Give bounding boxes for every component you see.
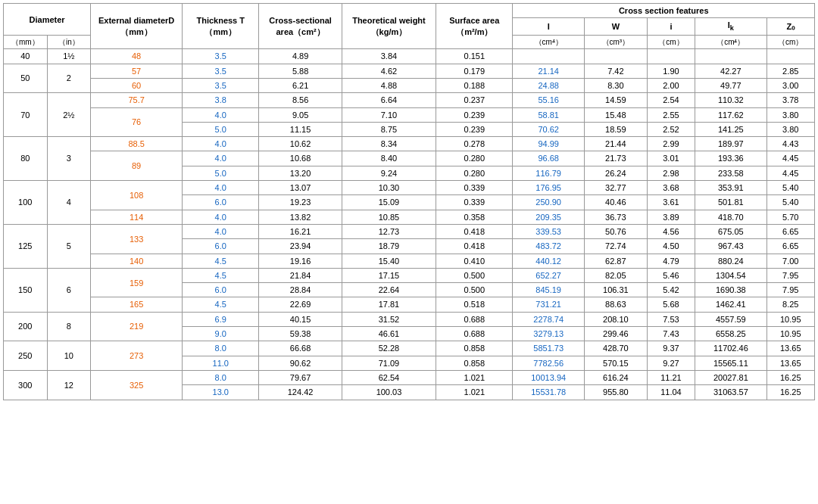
cell-i: 2.00 <box>647 79 695 93</box>
cell-theo: 46.61 <box>342 327 436 341</box>
cell-Ik: 353.91 <box>695 181 766 195</box>
cell-Z0: 16.25 <box>766 370 814 384</box>
unit-I: （cm⁴） <box>513 36 584 49</box>
cell-I: 176.95 <box>513 181 584 195</box>
unit-W: （cm³） <box>584 36 647 49</box>
cell-surf: 0.858 <box>436 341 513 356</box>
cell-Z0: 6.65 <box>766 239 814 254</box>
cell-ext-d: 60 <box>91 79 183 93</box>
cell-I: 70.62 <box>513 122 584 136</box>
table-body: 401½483.54.893.840.151502573.55.884.620.… <box>4 49 815 400</box>
cell-Ik: 141.25 <box>695 122 766 136</box>
cell-theo: 100.03 <box>342 385 436 400</box>
cell-I: 116.79 <box>513 166 584 180</box>
cell-Z0: 10.95 <box>766 327 814 341</box>
cell-dia-mm: 80 <box>4 137 48 181</box>
cell-thick: 4.0 <box>183 151 259 166</box>
header-i: i <box>647 18 695 36</box>
cell-thick: 9.0 <box>183 327 259 341</box>
table-row: 764.09.057.100.23958.8115.482.55117.623.… <box>4 107 815 122</box>
header-Z0: Z₀ <box>766 18 814 36</box>
cell-Z0: 7.95 <box>766 283 814 297</box>
cell-thick: 4.5 <box>183 297 259 312</box>
cell-cross: 10.62 <box>259 137 342 151</box>
cell-thick: 6.0 <box>183 195 259 210</box>
cell-i: 1.90 <box>647 64 695 78</box>
cell-theo: 8.75 <box>342 122 436 136</box>
cell-Z0: 4.45 <box>766 151 814 166</box>
cell-thick: 13.0 <box>183 385 259 400</box>
header-W: W <box>584 18 647 36</box>
cell-W: 15.48 <box>584 107 647 122</box>
cell-theo: 22.64 <box>342 283 436 297</box>
cell-theo: 52.28 <box>342 341 436 356</box>
cell-W: 32.77 <box>584 181 647 195</box>
cell-Ik: 20027.81 <box>695 370 766 384</box>
cell-theo: 8.34 <box>342 137 436 151</box>
cell-cross: 40.15 <box>259 312 342 326</box>
table-row: 300123258.079.6762.541.02110013.94616.24… <box>4 370 815 384</box>
cell-i: 2.55 <box>647 107 695 122</box>
cell-i: 5.42 <box>647 283 695 297</box>
table-row: 1144.013.8210.850.358209.3536.733.89418.… <box>4 210 815 224</box>
cell-W: 7.42 <box>584 64 647 78</box>
cell-theo: 6.64 <box>342 93 436 107</box>
cell-theo: 18.79 <box>342 239 436 254</box>
cell-ext-d: 159 <box>91 268 183 297</box>
cell-ext-d: 57 <box>91 64 183 78</box>
cell-Z0: 3.00 <box>766 79 814 93</box>
unit-Z0: （cm） <box>766 36 814 49</box>
cell-I: 10013.94 <box>513 370 584 384</box>
cell-cross: 16.21 <box>259 224 342 238</box>
cell-theo: 10.30 <box>342 181 436 195</box>
cell-Ik: 4557.59 <box>695 312 766 326</box>
cell-Ik: 1690.38 <box>695 283 766 297</box>
cell-cross: 66.68 <box>259 341 342 356</box>
cell-cross: 10.68 <box>259 151 342 166</box>
cell-Ik: 6558.25 <box>695 327 766 341</box>
cell-thick: 8.0 <box>183 370 259 384</box>
cell-thick: 3.5 <box>183 79 259 93</box>
cell-ext-d: 165 <box>91 297 183 312</box>
cell-i: 4.79 <box>647 254 695 268</box>
data-table: Diameter External diameterD（mm） Thicknes… <box>3 3 815 400</box>
cell-Ik: 418.70 <box>695 210 766 224</box>
cell-surf: 0.280 <box>436 151 513 166</box>
cell-I: 5851.73 <box>513 341 584 356</box>
cell-I: 94.99 <box>513 137 584 151</box>
cell-i: 2.98 <box>647 166 695 180</box>
cell-i: 7.43 <box>647 327 695 341</box>
cell-thick: 6.0 <box>183 283 259 297</box>
cell-i: 3.89 <box>647 210 695 224</box>
header-theo-weight: Theoretical weight（kg/m） <box>342 4 436 49</box>
cell-thick: 11.0 <box>183 356 259 370</box>
cell-I: 209.35 <box>513 210 584 224</box>
header-Ik: Ik <box>695 18 766 36</box>
cell-dia-in: 12 <box>47 370 91 400</box>
cell-cross: 5.88 <box>259 64 342 78</box>
cell-surf: 0.518 <box>436 297 513 312</box>
cell-I: 339.53 <box>513 224 584 238</box>
cell-cross: 23.94 <box>259 239 342 254</box>
header-thickness: Thickness T（mm） <box>183 4 259 49</box>
header-I: I <box>513 18 584 36</box>
cell-thick: 3.5 <box>183 49 259 64</box>
cell-cross: 19.16 <box>259 254 342 268</box>
cell-dia-mm: 300 <box>4 370 48 400</box>
cell-thick: 4.0 <box>183 224 259 238</box>
cell-thick: 5.0 <box>183 122 259 136</box>
cell-I: 7782.56 <box>513 356 584 370</box>
cell-dia-in: 5 <box>47 224 91 268</box>
cell-cross: 4.89 <box>259 49 342 64</box>
cell-surf: 0.358 <box>436 210 513 224</box>
cell-Ik: 501.81 <box>695 195 766 210</box>
cell-Ik: 675.05 <box>695 224 766 238</box>
cell-dia-mm: 250 <box>4 341 48 371</box>
cell-surf: 1.021 <box>436 370 513 384</box>
cell-i <box>647 49 695 64</box>
cell-W: 18.59 <box>584 122 647 136</box>
cell-ext-d: 88.5 <box>91 137 183 151</box>
cell-surf: 0.339 <box>436 195 513 210</box>
cell-dia-mm: 50 <box>4 64 48 93</box>
cell-surf: 0.278 <box>436 137 513 151</box>
